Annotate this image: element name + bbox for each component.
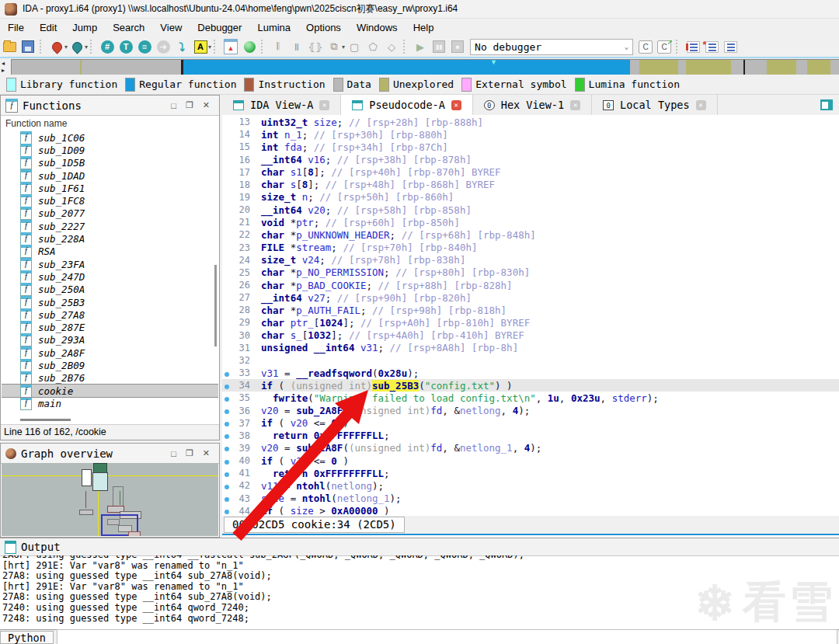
flow-chart-icon[interactable]: ⧉ xyxy=(326,39,342,54)
types-icon[interactable]: T xyxy=(118,39,134,54)
save-icon[interactable] xyxy=(20,39,36,54)
menu-item-lumina[interactable]: Lumina xyxy=(249,20,298,35)
function-item-sub_247D[interactable]: f sub_247D xyxy=(2,270,218,283)
float-icon[interactable]: ❐ xyxy=(181,100,198,110)
colors-icon[interactable]: ▲ xyxy=(223,39,238,54)
close-icon[interactable]: ✕ xyxy=(198,448,214,458)
enums-icon[interactable]: # xyxy=(99,39,115,54)
function-item-sub_2227[interactable]: f sub_2227 xyxy=(2,220,218,232)
code-token: size_t xyxy=(261,191,296,203)
nav-forward-icon[interactable] xyxy=(69,39,85,54)
menu-item-jump[interactable]: Jump xyxy=(64,20,105,35)
function-item-sub_228A[interactable]: f sub_228A xyxy=(2,232,218,245)
function-item-sub_2A8F[interactable]: f sub_2A8F xyxy=(2,346,218,359)
function-item-cookie[interactable]: f cookie xyxy=(2,385,218,397)
function-item-sub_287E[interactable]: f sub_287E xyxy=(2,321,218,333)
pseudocode-view[interactable]: 13 uint32_t size; // [rsp+28h] [rbp-888h… xyxy=(222,115,839,516)
debugger-start-icon[interactable]: ▶ xyxy=(413,39,428,54)
functions-vscrollbar[interactable] xyxy=(214,265,217,346)
code-token: char xyxy=(261,229,284,241)
flow-chart-dropdown-icon[interactable]: ▾ xyxy=(342,44,345,50)
watch-list-icon[interactable] xyxy=(722,39,738,54)
legend-label: Lumina function xyxy=(589,78,680,90)
tab-close-icon[interactable]: ✕ xyxy=(696,100,706,110)
nav-forward-dropdown-icon[interactable]: ▾ xyxy=(85,44,88,50)
code-line-30: 30 char s_[1032]; // [rsp+4A0h] [rbp-410… xyxy=(222,329,839,342)
code-token[interactable]: sub_25B3 xyxy=(372,380,419,392)
line-number: 26 xyxy=(232,280,250,291)
open-file-icon[interactable] xyxy=(2,39,17,54)
nav-back-dropdown-icon[interactable]: ▾ xyxy=(64,44,68,50)
structs-icon[interactable]: ≡ xyxy=(137,39,152,54)
tab-ida-view-a[interactable]: IDA View-A ✕ xyxy=(222,95,341,115)
debugger-select[interactable]: No debugger ⌄ xyxy=(470,39,633,55)
float-icon[interactable]: ❐ xyxy=(181,448,198,458)
function-item-sub_250A[interactable]: f sub_250A xyxy=(2,284,218,296)
function-icon: f xyxy=(20,169,32,183)
create-function-icon[interactable]: 𝄃 xyxy=(270,39,286,54)
function-item-sub_27A8[interactable]: f sub_27A8 xyxy=(2,308,218,321)
tab-hex-view-1[interactable]: 0 Hex View-1 ✕ xyxy=(473,95,592,115)
function-item-sub_293A[interactable]: f sub_293A xyxy=(2,334,218,346)
tab-close-icon[interactable]: ✕ xyxy=(570,100,580,110)
debugger-stop-icon[interactable]: ■ xyxy=(450,39,465,54)
rename-dropdown-icon[interactable]: ▾ xyxy=(208,44,211,50)
menu-item-options[interactable]: Options xyxy=(298,20,349,35)
menu-item-edit[interactable]: Edit xyxy=(32,20,64,35)
tab-close-icon[interactable]: ✕ xyxy=(451,100,461,110)
functions-hscrollbar[interactable] xyxy=(20,419,71,421)
band-scroll-arrows[interactable]: ◂▸ xyxy=(2,60,9,75)
navigation-band[interactable]: ▼ xyxy=(11,59,839,76)
xrefs-icon[interactable]: ➜ xyxy=(155,39,171,54)
function-item-RSA[interactable]: f RSA xyxy=(2,245,218,258)
line-number: 24 xyxy=(232,255,250,266)
functions-column-header[interactable]: Function name xyxy=(1,116,219,131)
code-token: , & xyxy=(442,405,460,416)
function-item-sub_1F61[interactable]: f sub_1F61 xyxy=(2,182,218,194)
rename-icon[interactable]: A xyxy=(193,39,208,54)
window-list-icon[interactable] xyxy=(820,99,833,110)
square-tool-icon[interactable]: ▢ xyxy=(346,39,362,54)
menu-item-windows[interactable]: Windows xyxy=(349,20,406,35)
menu-item-help[interactable]: Help xyxy=(406,20,442,35)
line-number: 20 xyxy=(232,204,250,215)
tab-pseudocode-a[interactable]: Pseudocode-A ✕ xyxy=(341,95,473,115)
menu-item-view[interactable]: View xyxy=(152,20,190,35)
legend-swatch xyxy=(6,78,16,92)
menu-item-debugger[interactable]: Debugger xyxy=(190,20,249,35)
function-item-sub_23FA[interactable]: f sub_23FA xyxy=(2,258,218,270)
function-bounds-icon[interactable]: Ⅱ xyxy=(289,39,305,54)
polygon-tool-icon[interactable]: ⬠ xyxy=(365,39,381,54)
nav-back-icon[interactable] xyxy=(49,39,64,54)
function-item-sub_25B3[interactable]: f sub_25B3 xyxy=(2,296,218,308)
tab-local-types[interactable]: 0 Local Types ✕ xyxy=(592,95,717,115)
function-item-sub_1D5B[interactable]: f sub_1D5B xyxy=(2,157,218,169)
close-icon[interactable]: ✕ xyxy=(198,100,214,110)
maximize-icon[interactable]: □ xyxy=(166,101,181,110)
function-item-sub_2B76[interactable]: f sub_2B76 xyxy=(2,372,218,385)
lumina-icon[interactable] xyxy=(242,39,257,54)
address-dot-icon xyxy=(225,447,229,451)
add-breakpoint-icon[interactable] xyxy=(704,39,719,54)
menu-item-search[interactable]: Search xyxy=(105,20,152,35)
function-item-sub_1C06[interactable]: f sub_1C06 xyxy=(2,131,218,144)
menu-item-file[interactable]: File xyxy=(0,20,32,35)
pseudocode-status-text: 00002CD5 cookie:34 (2CD5) xyxy=(224,517,405,533)
maximize-icon[interactable]: □ xyxy=(166,449,181,458)
debugger-pause-icon[interactable]: ▮▮ xyxy=(431,39,447,54)
jump-address-icon[interactable]: ⤵ xyxy=(174,39,190,54)
run-to-cursor-icon[interactable]: C➚ xyxy=(656,39,672,54)
tab-close-icon[interactable]: ✕ xyxy=(319,100,329,110)
function-item-sub_2B09[interactable]: f sub_2B09 xyxy=(2,359,218,371)
chart-functions-icon[interactable]: ⦃⦄ xyxy=(308,39,323,54)
function-item-sub_1FC8[interactable]: f sub_1FC8 xyxy=(2,194,218,207)
run-until-return-icon[interactable]: C xyxy=(638,39,653,54)
graph-minimap[interactable] xyxy=(2,463,218,536)
diamond-tool-icon[interactable]: ◇ xyxy=(384,39,399,54)
function-item-sub_1D09[interactable]: f sub_1D09 xyxy=(2,144,218,156)
function-item-main[interactable]: f main xyxy=(2,397,218,409)
function-item-sub_1DAD[interactable]: f sub_1DAD xyxy=(2,169,218,182)
breakpoint-list-icon[interactable] xyxy=(685,39,701,54)
function-item-sub_2077[interactable]: f sub_2077 xyxy=(2,207,218,220)
code-token: __int64 xyxy=(261,204,302,216)
